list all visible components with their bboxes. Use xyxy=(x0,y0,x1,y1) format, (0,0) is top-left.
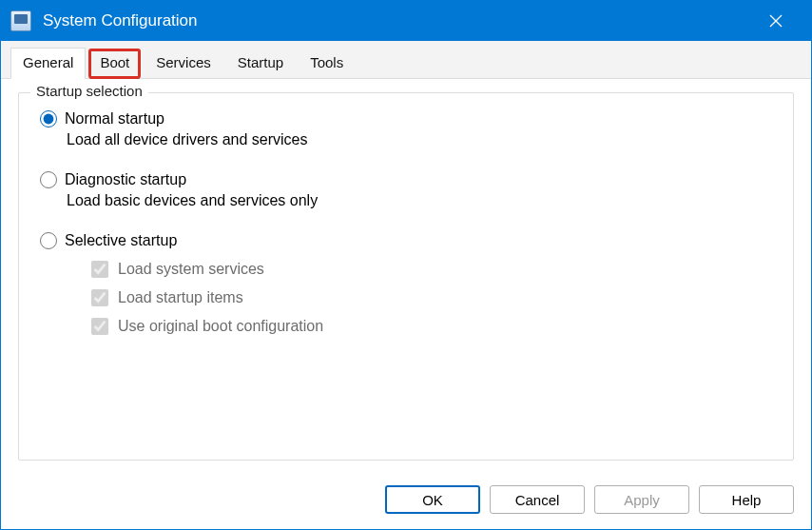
startup-selection-group: Startup selection Normal startup Load al… xyxy=(18,92,794,461)
titlebar: System Configuration xyxy=(1,1,811,41)
tab-boot[interactable]: Boot xyxy=(87,48,142,79)
tab-general[interactable]: General xyxy=(10,48,86,79)
ok-button[interactable]: OK xyxy=(385,485,480,514)
radio-selective-startup[interactable]: Selective startup xyxy=(40,232,772,249)
apply-button: Apply xyxy=(594,485,689,514)
diagnostic-desc: Load basic devices and services only xyxy=(67,192,772,209)
radio-normal-startup[interactable]: Normal startup xyxy=(40,110,772,128)
tabstrip: General Boot Services Startup Tools xyxy=(1,41,811,79)
check-original-boot-input xyxy=(91,318,108,335)
radio-diagnostic-startup[interactable]: Diagnostic startup xyxy=(40,171,772,188)
close-icon xyxy=(769,14,783,28)
radio-diagnostic-input[interactable] xyxy=(40,171,57,188)
window-title: System Configuration xyxy=(43,11,754,30)
radio-selective-input[interactable] xyxy=(40,232,57,249)
close-button[interactable] xyxy=(754,6,798,36)
tab-tools[interactable]: Tools xyxy=(298,48,356,79)
check-original-boot-label: Use original boot configuration xyxy=(118,318,323,335)
radio-normal-input[interactable] xyxy=(40,110,57,128)
check-original-boot: Use original boot configuration xyxy=(91,318,772,335)
check-load-services-label: Load system services xyxy=(118,261,264,278)
app-icon xyxy=(10,10,31,31)
radio-normal-label: Normal startup xyxy=(65,110,164,128)
check-load-startup: Load startup items xyxy=(91,289,772,306)
group-label: Startup selection xyxy=(30,83,148,99)
check-load-startup-label: Load startup items xyxy=(118,289,243,306)
normal-desc: Load all device drivers and services xyxy=(67,131,772,148)
radio-selective-label: Selective startup xyxy=(65,232,177,249)
check-load-startup-input xyxy=(91,289,108,306)
tab-services[interactable]: Services xyxy=(144,48,223,79)
cancel-button[interactable]: Cancel xyxy=(490,485,585,514)
dialog-buttons: OK Cancel Apply Help xyxy=(1,474,811,529)
tab-startup[interactable]: Startup xyxy=(225,48,296,79)
tab-content: Startup selection Normal startup Load al… xyxy=(1,79,811,474)
check-load-services: Load system services xyxy=(91,261,772,278)
selective-options: Load system services Load startup items … xyxy=(40,261,772,335)
check-load-services-input xyxy=(91,261,108,278)
system-configuration-window: System Configuration General Boot Servic… xyxy=(0,0,812,530)
help-button[interactable]: Help xyxy=(699,485,794,514)
radio-diagnostic-label: Diagnostic startup xyxy=(65,171,186,188)
